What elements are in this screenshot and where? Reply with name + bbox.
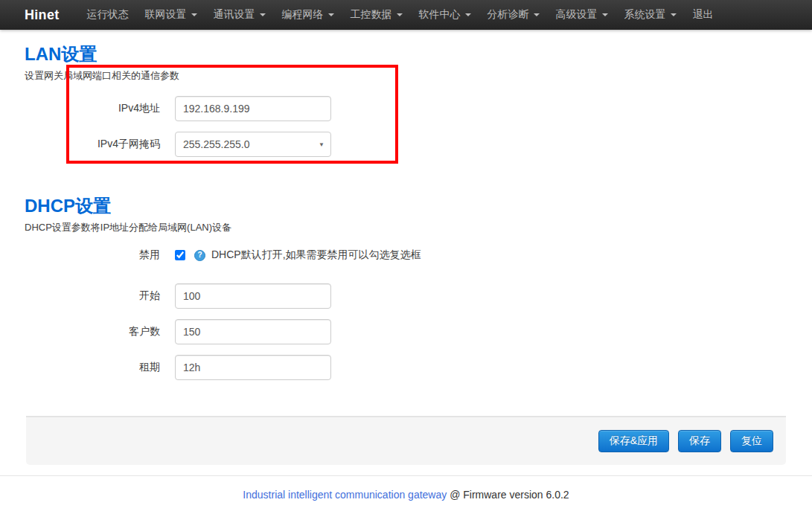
dhcp-start-label: 开始 xyxy=(25,289,160,303)
nav-item-label: 工控数据 xyxy=(351,8,392,22)
dhcp-limit-label: 客户数 xyxy=(25,325,160,338)
nav-item-label: 通讯设置 xyxy=(214,8,255,22)
nav-item-label: 联网设置 xyxy=(145,8,187,22)
dhcp-start-input[interactable] xyxy=(175,283,331,309)
nav-item-label: 退出 xyxy=(693,8,714,22)
dhcp-leasetime-row: 租期 xyxy=(25,355,787,380)
question-mark-icon: ? xyxy=(194,250,205,261)
dhcp-start-row: 开始 xyxy=(25,283,787,309)
chevron-down-icon xyxy=(328,13,334,16)
lan-section: LAN设置 设置网关局域网端口相关的通信参数 IPv4地址 IPv4子网掩码 2… xyxy=(25,44,787,157)
nav-item-analysis-diagnosis[interactable]: 分析诊断 xyxy=(479,0,548,30)
dhcp-leasetime-label: 租期 xyxy=(25,361,160,374)
footer-link[interactable]: Industrial intelligent communication gat… xyxy=(243,489,447,501)
save-button[interactable]: 保存 xyxy=(678,430,721,452)
nav-item-label: 系统设置 xyxy=(624,8,666,22)
nav-item-label: 软件中心 xyxy=(419,8,461,22)
nav-item-label: 高级设置 xyxy=(556,8,598,22)
page-content: LAN设置 设置网关局域网端口相关的通信参数 IPv4地址 IPv4子网掩码 2… xyxy=(0,44,812,380)
nav-item-programming-network[interactable]: 编程网络 xyxy=(274,0,342,30)
reset-button[interactable]: 复位 xyxy=(730,430,773,452)
main-menu: 运行状态 联网设置 通讯设置 编程网络 工控数据 软件中心 分析诊断 高级设置 xyxy=(79,0,722,30)
dhcp-disable-label: 禁用 xyxy=(25,248,160,262)
dhcp-disable-row: 禁用 ? DHCP默认打开,如果需要禁用可以勾选复选框 xyxy=(25,248,787,263)
dhcp-limit-row: 客户数 xyxy=(25,319,787,344)
hinet-brand[interactable]: Hinet xyxy=(25,7,60,23)
chevron-down-icon xyxy=(602,13,608,16)
dhcp-disable-help-text: DHCP默认打开,如果需要禁用可以勾选复选框 xyxy=(211,248,421,262)
dhcp-limit-input[interactable] xyxy=(175,319,331,344)
page-footer: Industrial intelligent communication gat… xyxy=(0,476,812,513)
nav-item-system-settings[interactable]: 系统设置 xyxy=(616,0,685,30)
footer-firmware-text: @ Firmware version 6.0.2 xyxy=(447,489,569,501)
chevron-down-icon xyxy=(260,13,266,16)
chevron-down-icon xyxy=(465,13,471,16)
nav-item-industrial-data[interactable]: 工控数据 xyxy=(342,0,411,30)
nav-item-comm-settings[interactable]: 通讯设置 xyxy=(205,0,274,30)
lan-section-description: 设置网关局域网端口相关的通信参数 xyxy=(25,69,787,83)
nav-item-label: 分析诊断 xyxy=(487,8,529,22)
dhcp-section-description: DHCP设置参数将IP地址分配给局域网(LAN)设备 xyxy=(25,221,787,234)
nav-item-software-center[interactable]: 软件中心 xyxy=(411,0,479,30)
dhcp-disable-checkbox[interactable] xyxy=(175,250,185,260)
ipv4-netmask-label: IPv4子网掩码 xyxy=(25,138,160,151)
ipv4-netmask-select[interactable]: 255.255.255.0 xyxy=(175,132,331,157)
nav-item-advanced-settings[interactable]: 高级设置 xyxy=(548,0,616,30)
lan-section-title: LAN设置 xyxy=(25,44,787,65)
dhcp-section: DHCP设置 DHCP设置参数将IP地址分配给局域网(LAN)设备 禁用 ? D… xyxy=(25,196,787,380)
ipv4-address-label: IPv4地址 xyxy=(25,102,160,115)
chevron-down-icon xyxy=(671,13,677,16)
nav-item-running-status[interactable]: 运行状态 xyxy=(79,0,137,30)
chevron-down-icon xyxy=(534,13,540,16)
nav-item-logout[interactable]: 退出 xyxy=(685,0,722,30)
ipv4-netmask-select-wrap: 255.255.255.0 ▼ xyxy=(175,132,331,157)
ipv4-address-input[interactable] xyxy=(175,96,331,121)
save-apply-button[interactable]: 保存&应用 xyxy=(598,430,669,452)
top-navbar: Hinet 运行状态 联网设置 通讯设置 编程网络 工控数据 软件中心 分析诊断 xyxy=(0,0,812,30)
nav-item-label: 编程网络 xyxy=(282,8,324,22)
ipv4-address-row: IPv4地址 xyxy=(25,96,787,121)
chevron-down-icon xyxy=(191,13,197,16)
action-bar: 保存&应用 保存 复位 xyxy=(26,416,786,465)
nav-item-label: 运行状态 xyxy=(87,8,129,22)
dhcp-leasetime-input[interactable] xyxy=(175,355,331,380)
dhcp-section-title: DHCP设置 xyxy=(25,196,787,216)
ipv4-netmask-row: IPv4子网掩码 255.255.255.0 ▼ xyxy=(25,132,787,157)
nav-item-network-settings[interactable]: 联网设置 xyxy=(137,0,205,30)
chevron-down-icon xyxy=(397,13,403,16)
